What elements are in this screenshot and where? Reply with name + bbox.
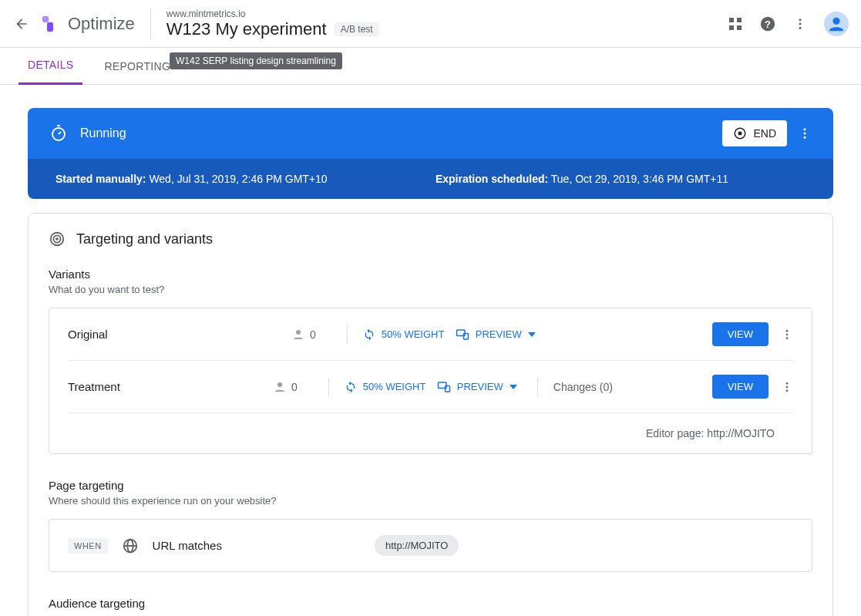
svg-point-18 bbox=[804, 133, 806, 135]
url-chip: http://MOJITO bbox=[375, 535, 459, 556]
tab-details[interactable]: DETAILS bbox=[18, 48, 82, 85]
status-label: Running bbox=[80, 126, 126, 140]
weight-button[interactable]: 50% WEIGHT bbox=[345, 381, 437, 393]
page-targeting-box[interactable]: WHEN URL matches http://MOJITO bbox=[49, 519, 812, 572]
svg-rect-3 bbox=[737, 18, 742, 22]
tab-reporting[interactable]: REPORTING bbox=[95, 48, 180, 85]
stopwatch-icon bbox=[49, 124, 68, 143]
variants-title: Variants bbox=[49, 268, 812, 281]
optimize-logo-icon bbox=[40, 14, 60, 34]
tabs-bar: DETAILS REPORTING W142 SERP listing desi… bbox=[0, 48, 861, 85]
chevron-down-icon bbox=[510, 385, 517, 389]
target-icon bbox=[49, 231, 66, 247]
devices-icon bbox=[456, 328, 469, 341]
svg-rect-4 bbox=[729, 25, 734, 30]
svg-point-29 bbox=[277, 382, 282, 387]
when-badge: WHEN bbox=[68, 538, 108, 554]
url-matches-label: URL matches bbox=[153, 539, 222, 552]
end-button[interactable]: END bbox=[722, 120, 787, 146]
svg-point-8 bbox=[799, 19, 802, 21]
svg-rect-16 bbox=[738, 132, 742, 136]
app-header: Optimize www.mintmetrics.io W123 My expe… bbox=[0, 0, 861, 48]
header-actions: ? bbox=[728, 12, 849, 36]
view-button[interactable]: VIEW bbox=[712, 375, 769, 399]
view-button[interactable]: VIEW bbox=[712, 322, 769, 346]
started-val: Wed, Jul 31, 2019, 2:46 PM GMT+10 bbox=[149, 173, 327, 185]
svg-point-17 bbox=[804, 128, 806, 130]
svg-rect-5 bbox=[737, 25, 742, 30]
svg-point-9 bbox=[799, 22, 802, 25]
svg-point-32 bbox=[786, 382, 789, 385]
svg-point-19 bbox=[804, 136, 806, 139]
status-card: Running END Started manually: Wed, Jul 3… bbox=[28, 108, 833, 199]
svg-rect-0 bbox=[42, 16, 49, 22]
svg-point-27 bbox=[786, 333, 789, 335]
expiration-val: Tue, Oct 29, 2019, 3:46 PM GMT+11 bbox=[551, 173, 728, 185]
experiment-title: W123 My experiment bbox=[166, 19, 327, 39]
svg-point-10 bbox=[799, 26, 802, 29]
svg-point-34 bbox=[786, 389, 789, 392]
chevron-down-icon bbox=[528, 332, 536, 337]
svg-text:?: ? bbox=[765, 18, 771, 29]
person-icon bbox=[273, 380, 287, 394]
svg-point-26 bbox=[786, 330, 789, 332]
preview-button[interactable]: PREVIEW bbox=[437, 381, 522, 393]
devices-icon bbox=[437, 381, 451, 393]
help-icon[interactable]: ? bbox=[759, 15, 776, 32]
avatar[interactable] bbox=[824, 12, 849, 36]
end-button-label: END bbox=[753, 127, 776, 140]
main-content: Running END Started manually: Wed, Jul 3… bbox=[0, 85, 861, 616]
editor-page: Editor page: http://MOJITO bbox=[68, 412, 793, 453]
visitors-count: 0 bbox=[291, 328, 331, 342]
svg-point-28 bbox=[786, 337, 789, 339]
svg-point-11 bbox=[832, 17, 839, 24]
variant-row: Treatment 0 50% WEIGHT PREVIEW Changes (… bbox=[68, 360, 793, 412]
refresh-icon bbox=[345, 381, 357, 393]
changes-count: Changes (0) bbox=[553, 381, 613, 393]
svg-rect-2 bbox=[729, 18, 734, 22]
more-icon[interactable] bbox=[793, 17, 807, 31]
expiration-key: Expiration scheduled: bbox=[436, 173, 548, 185]
audience-targeting-title: Audience targeting bbox=[49, 597, 812, 610]
status-more-icon[interactable] bbox=[798, 126, 812, 140]
variants-box: Original 0 50% WEIGHT PREVIEW VIEW bbox=[49, 308, 812, 454]
preview-button[interactable]: PREVIEW bbox=[456, 328, 540, 341]
weight-button[interactable]: 50% WEIGHT bbox=[363, 328, 456, 341]
tooltip: W142 SERP listing design streamlining bbox=[170, 52, 342, 69]
started-key: Started manually: bbox=[55, 173, 146, 185]
svg-line-13 bbox=[59, 132, 61, 134]
variant-name: Original bbox=[68, 328, 291, 341]
svg-point-22 bbox=[56, 238, 58, 240]
title-block: www.mintmetrics.io W123 My experiment A/… bbox=[166, 8, 379, 39]
row-more-icon[interactable] bbox=[781, 381, 793, 393]
visitors-count: 0 bbox=[273, 380, 313, 394]
variant-name: Treatment bbox=[68, 380, 273, 393]
targeting-title: Targeting and variants bbox=[76, 231, 213, 247]
variants-sub: What do you want to test? bbox=[49, 284, 812, 295]
page-targeting-title: Page targeting bbox=[49, 479, 812, 492]
back-button[interactable] bbox=[12, 15, 31, 33]
row-more-icon[interactable] bbox=[781, 328, 793, 341]
variant-row: Original 0 50% WEIGHT PREVIEW VIEW bbox=[49, 308, 812, 360]
globe-icon bbox=[122, 537, 139, 554]
svg-point-23 bbox=[296, 330, 301, 335]
targeting-card: Targeting and variants Variants What do … bbox=[28, 213, 833, 616]
svg-point-33 bbox=[786, 385, 789, 388]
person-icon bbox=[291, 328, 305, 342]
logo-block: Optimize bbox=[40, 8, 151, 39]
refresh-icon bbox=[363, 328, 375, 341]
svg-rect-1 bbox=[47, 22, 53, 32]
logo-text: Optimize bbox=[68, 14, 135, 34]
test-type-badge: A/B test bbox=[335, 22, 379, 36]
page-targeting-sub: Where should this experience run on your… bbox=[49, 495, 812, 507]
site-name: www.mintmetrics.io bbox=[166, 8, 379, 19]
apps-icon[interactable] bbox=[728, 17, 742, 31]
